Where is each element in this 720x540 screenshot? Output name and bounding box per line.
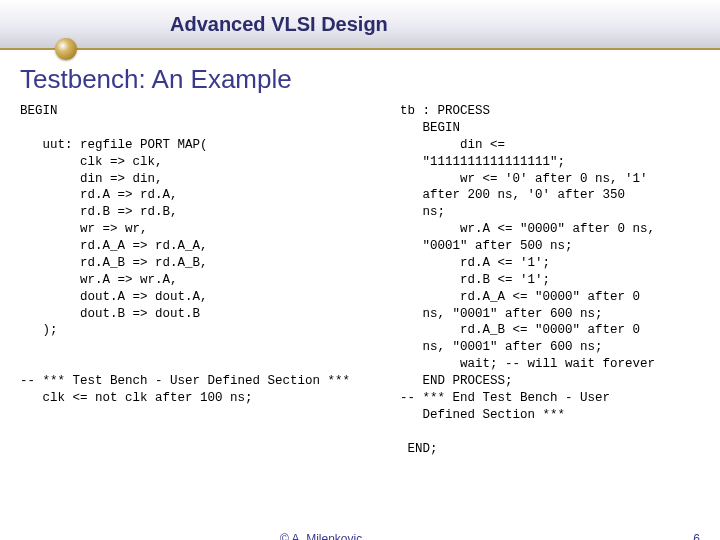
- page-number: 6: [693, 532, 700, 540]
- slide-header: Advanced VLSI Design: [0, 0, 720, 50]
- code-columns: BEGIN uut: regfile PORT MAP( clk => clk,…: [0, 103, 720, 457]
- author-label: © A. Milenkovic: [280, 532, 362, 540]
- decorative-sphere-icon: [55, 38, 77, 60]
- slide-title: Testbench: An Example: [20, 64, 720, 95]
- code-right: tb : PROCESS BEGIN din <= "1111111111111…: [400, 103, 700, 457]
- course-title: Advanced VLSI Design: [170, 13, 388, 36]
- code-left: BEGIN uut: regfile PORT MAP( clk => clk,…: [20, 103, 380, 457]
